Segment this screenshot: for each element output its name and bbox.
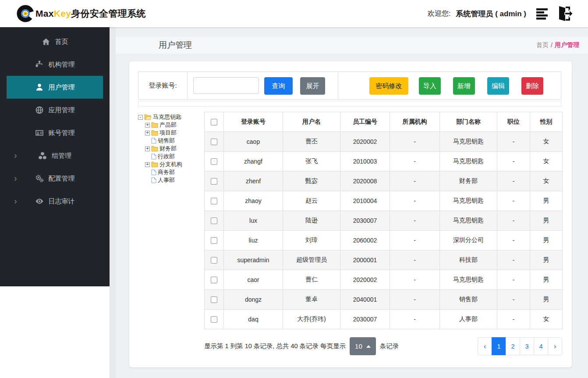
row-checkbox[interactable] (211, 296, 217, 303)
table-cell: 2000001 (340, 250, 390, 270)
pagination-page-4[interactable]: 4 (534, 337, 548, 355)
table-cell: lux (224, 211, 283, 231)
tree-node[interactable]: +分支机构 (138, 160, 204, 168)
password-modify-button[interactable]: 密码修改 (369, 77, 408, 95)
tree-node[interactable]: 商务部 (138, 168, 204, 176)
top-bar: MaxKey身份安全管理系统 欢迎您: 系统管理员 ( admin ) (0, 0, 588, 27)
pagination-prev[interactable]: ‹ (478, 337, 492, 355)
tree-node[interactable]: +产品部 (138, 121, 204, 129)
expand-button[interactable]: 展开 (300, 77, 325, 95)
table-cell: 董卓 (283, 290, 340, 310)
tree-node[interactable]: -马克思钥匙 (138, 113, 204, 121)
tree-expand-icon[interactable]: + (145, 123, 150, 128)
table-row[interactable]: zhenf甄宓2020008-财务部-女 (205, 171, 563, 191)
table-row[interactable]: dongz董卓2040001-销售部-男 (205, 290, 563, 310)
page-size-value: 10 (355, 342, 362, 350)
pagination-page-3[interactable]: 3 (520, 337, 534, 355)
sidebar-item-config[interactable]: ›配置管理 (0, 167, 110, 190)
sidebar-item-user[interactable]: 用户管理 (7, 76, 103, 99)
sidebar-item-audit[interactable]: ›日志审计 (0, 190, 110, 213)
sidebar-item-org[interactable]: 机构管理 (0, 53, 110, 76)
content-area: 用户管理 首页 / 用户管理 登录账号: 查询 展开 密码修改导入新增编辑删除 … (110, 27, 588, 378)
sidebar-item-app[interactable]: 应用管理 (0, 99, 110, 121)
table-cell: 男 (530, 191, 563, 211)
sidebar-item-account[interactable]: 账号管理 (0, 121, 110, 144)
query-button[interactable]: 查询 (264, 77, 293, 95)
table-cell: - (390, 290, 440, 310)
table-cell: - (497, 270, 530, 290)
tree-collapse-icon[interactable]: - (138, 115, 143, 120)
table-cell: - (390, 270, 440, 290)
pagination-next[interactable]: › (548, 337, 562, 355)
tree-node[interactable]: 销售部 (138, 137, 204, 145)
pagination-page-1[interactable]: 1 (492, 337, 506, 355)
tree-expand-icon[interactable]: + (145, 131, 150, 136)
menu-list-icon[interactable] (536, 7, 550, 20)
content-gutter (110, 27, 116, 378)
table-cell: zhangf (224, 152, 283, 171)
tree-node[interactable]: +财务部 (138, 145, 204, 153)
row-checkbox[interactable] (211, 139, 217, 145)
column-header: 用户名 (283, 112, 340, 132)
table-row[interactable]: superadmin超级管理员2000001-科技部-男 (205, 250, 563, 270)
row-checkbox[interactable] (211, 237, 217, 244)
tree-expand-icon[interactable]: + (145, 146, 150, 151)
table-row[interactable]: zhaoy赵云2010004-马克思钥匙-男 (205, 191, 563, 211)
logout-icon[interactable] (556, 5, 573, 22)
login-account-input[interactable] (193, 77, 259, 94)
select-all-checkbox[interactable] (211, 119, 217, 125)
chevron-right-icon: › (14, 196, 17, 205)
row-checkbox[interactable] (211, 316, 217, 323)
sidebar-item-label: 组管理 (52, 152, 71, 160)
row-checkbox[interactable] (211, 257, 217, 264)
pagination-page-2[interactable]: 2 (506, 337, 520, 355)
table-cell: dongz (224, 290, 283, 310)
table-row[interactable]: lux陆逊2030007-马克思钥匙-男 (205, 211, 563, 231)
sidebar-item-home[interactable]: 首页 (0, 30, 110, 53)
table-cell: 马克思钥匙 (440, 191, 497, 211)
row-checkbox[interactable] (211, 178, 217, 185)
toolbar-divider (338, 72, 338, 99)
page-size-dropdown[interactable]: 10 (350, 337, 376, 355)
table-row[interactable]: daq大乔(乔玮)2030007-人事部-女 (205, 310, 563, 329)
sidebar-item-group[interactable]: ›组管理 (0, 144, 110, 167)
table-cell: - (497, 290, 530, 310)
add-button[interactable]: 新增 (453, 77, 475, 95)
table-cell: daq (224, 310, 283, 329)
table-cell: - (497, 250, 530, 270)
table-cell: 2030007 (340, 211, 390, 231)
filter-bar: 登录账号: 查询 展开 密码修改导入新增编辑删除 (138, 71, 561, 100)
breadcrumb-home-link[interactable]: 首页 (536, 41, 549, 49)
table-cell: 男 (530, 250, 563, 270)
column-header: 部门名称 (440, 112, 497, 132)
table-body: caop曹丕2020002-马克思钥匙-女zhangf张飞2010003-马克思… (205, 132, 563, 329)
eye-icon (35, 197, 44, 206)
table-row[interactable]: caor曹仁2020002-马克思钥匙-男 (205, 270, 563, 290)
row-checkbox[interactable] (211, 158, 217, 165)
table-cell: - (390, 231, 440, 250)
record-summary: 显示第 1 到第 10 条记录, 总共 40 条记录 每页显示 10 条记录 (204, 337, 399, 355)
delete-button[interactable]: 删除 (521, 77, 543, 95)
tree-node[interactable]: +项目部 (138, 129, 204, 137)
row-checkbox[interactable] (211, 198, 217, 204)
cubes-icon (38, 151, 47, 160)
app-root: MaxKey身份安全管理系统 欢迎您: 系统管理员 ( admin ) (0, 0, 588, 378)
table-row[interactable]: caop曹丕2020002-马克思钥匙-女 (205, 132, 563, 152)
tree-node[interactable]: 行政部 (138, 153, 204, 160)
sidebar-item-label: 日志审计 (49, 197, 75, 206)
user-icon (35, 83, 44, 92)
table-cell: 马克思钥匙 (440, 152, 497, 171)
row-checkbox[interactable] (211, 218, 217, 224)
row-checkbox[interactable] (211, 277, 217, 283)
chevron-right-icon: › (14, 174, 17, 182)
table-cell: - (497, 211, 530, 231)
table-row[interactable]: zhangf张飞2010003-马克思钥匙-女 (205, 152, 563, 171)
table-row[interactable]: liuz刘璋2060002-深圳分公司-男 (205, 231, 563, 250)
table-cell: superadmin (224, 250, 283, 270)
tree-node-label: 项目部 (159, 129, 177, 137)
edit-button[interactable]: 编辑 (487, 77, 509, 95)
table-cell: - (390, 191, 440, 211)
tree-expand-icon[interactable]: + (145, 162, 150, 167)
import-button[interactable]: 导入 (419, 77, 441, 95)
tree-node[interactable]: 人事部 (138, 176, 204, 184)
